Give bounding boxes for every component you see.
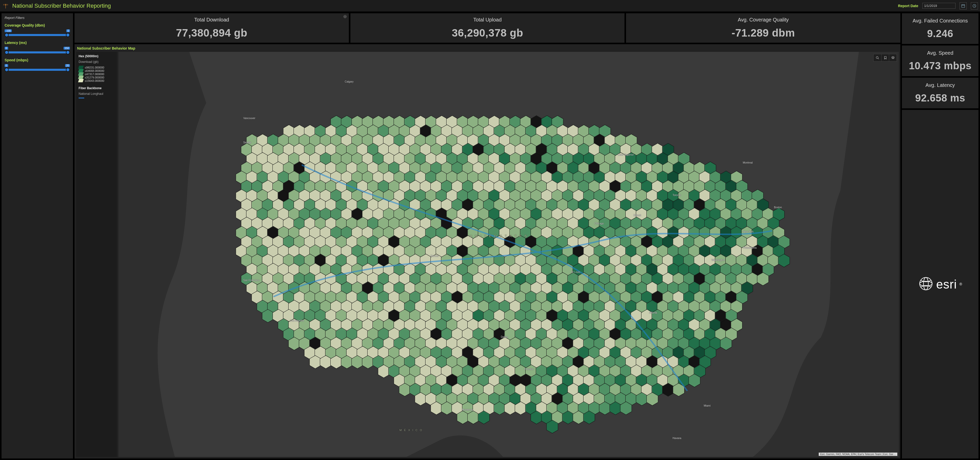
kpi-avg-speed: Avg. Speed 10.473 mbps [902, 45, 978, 76]
expand-icon[interactable] [343, 15, 347, 19]
kpi-avg-latency: Avg. Latency 92.658 ms [902, 78, 978, 109]
map-toolbar [873, 54, 897, 62]
filter-speed-label: Speed (mbps) [5, 58, 70, 62]
map-title: National Subscriber Behavior Map [75, 44, 900, 52]
kpi-title: Avg. Coverage Quality [738, 17, 789, 23]
kpi-row-top: Total Download77,380,894 gbTotal Upload3… [75, 13, 900, 43]
slider-min-value: 0 [5, 64, 8, 67]
legend-swatch-icon [78, 76, 84, 79]
kpi-value: 77,380,894 gb [176, 27, 247, 39]
svg-rect-5 [962, 5, 965, 7]
legend-break-row: ≤15643.000000 [79, 79, 115, 82]
legend-swatch-icon [78, 72, 84, 76]
esri-globe-icon [918, 276, 934, 292]
bookmark-icon[interactable] [881, 54, 889, 61]
right-column: Avg. Failed Connections9.246 Avg. Speed … [902, 13, 978, 458]
map-legend: Hex (50000m) Download (gb) ≤98231.000000… [76, 52, 117, 457]
slider-handle-max[interactable] [66, 68, 70, 72]
legend-fiber-layer: National Longhaul [79, 92, 115, 96]
filters-heading: Report Filters [5, 16, 70, 20]
legend-swatch-icon [78, 79, 84, 82]
kpi-value: 9.246 [927, 28, 953, 39]
legend-break-row: ≤31279.000000 [79, 76, 115, 79]
legend-break-label: ≤47317.000000 [85, 73, 104, 76]
svg-line-17 [878, 59, 879, 59]
clock-icon[interactable] [971, 2, 978, 10]
slider-handle-max[interactable] [66, 50, 70, 54]
svg-line-11 [974, 6, 975, 6]
page-title: National Subscriber Behavior Reporting [12, 3, 111, 9]
report-date-label: Report Date [898, 4, 918, 8]
brand-card: esri ® [902, 110, 978, 458]
app-header: National Subscriber Behavior Reporting R… [0, 0, 980, 12]
calendar-icon[interactable] [959, 2, 967, 10]
search-icon[interactable] [873, 54, 881, 61]
kpi-title: Total Download [194, 17, 229, 23]
slider-min-value: 0 [5, 47, 8, 50]
legend-break-row: ≤98231.000000 [79, 65, 115, 69]
filter-latency-label: Latency (ms) [5, 41, 70, 45]
kpi-avg-coverage: Avg. Coverage Quality-71.289 dbm [626, 13, 900, 43]
slider-min-value: -100 [5, 29, 12, 32]
kpi-value: 92.658 ms [915, 92, 965, 104]
kpi-value: 10.473 mbps [909, 60, 972, 72]
map-canvas[interactable]: CalgaryVancouverSeattleSan FranciscoLos … [118, 52, 899, 457]
app-logo-icon [2, 2, 9, 10]
legend-break-label: ≤64668.000000 [85, 69, 104, 72]
kpi-total-download: Total Download77,380,894 gb [75, 13, 349, 43]
svg-point-21 [924, 278, 928, 290]
brand-name: esri [936, 277, 957, 291]
filter-coverage-slider[interactable]: -100 0 [5, 29, 70, 38]
slider-handle-min[interactable] [5, 33, 9, 37]
slider-handle-max[interactable] [66, 33, 70, 37]
slider-handle-min[interactable] [5, 68, 9, 72]
legend-layer-name: Hex (50000m) [79, 54, 115, 58]
legend-break-row: ≤64668.000000 [79, 69, 115, 72]
legend-fiber-line-icon [79, 97, 84, 98]
kpi-title: Avg. Speed [927, 50, 953, 56]
filter-speed-slider[interactable]: 0 20 [5, 64, 70, 73]
svg-point-16 [876, 57, 878, 59]
kpi-title: Avg. Failed Connections [913, 18, 968, 24]
kpi-total-upload: Total Upload36,290,378 gb [350, 13, 625, 43]
legend-swatch-icon [78, 65, 84, 69]
slider-handle-min[interactable] [5, 50, 9, 54]
legend-fiber-title: Fiber Backbone [79, 86, 115, 90]
legend-break-row: ≤47317.000000 [79, 72, 115, 76]
legend-break-label: ≤98231.000000 [85, 66, 104, 69]
kpi-title: Total Upload [473, 17, 501, 23]
filter-latency-slider[interactable]: 0 150 [5, 47, 70, 56]
legend-break-label: ≤15643.000000 [85, 79, 104, 82]
legend-break-label: ≤31279.000000 [85, 76, 104, 79]
kpi-title: Avg. Latency [925, 82, 955, 88]
report-date-input[interactable] [922, 3, 956, 9]
filters-panel: Report Filters Coverage Quality (dbm) -1… [2, 13, 73, 458]
map-attribution: Esri, Garmin, FAO, NOAA, EPA | Esri's Te… [819, 453, 897, 456]
slider-max-value: 0 [66, 29, 70, 32]
kpi-value: -71.289 dbm [732, 27, 795, 39]
svg-marker-18 [891, 56, 894, 58]
kpi-avg-failed-connections: Avg. Failed Connections9.246 [902, 13, 978, 44]
registered-icon: ® [959, 282, 962, 286]
svg-point-19 [920, 278, 932, 290]
hex-bin-layer [118, 52, 899, 457]
kpi-value: 36,290,378 gb [452, 27, 523, 39]
slider-max-value: 20 [65, 64, 70, 67]
filter-coverage-label: Coverage Quality (dbm) [5, 23, 70, 27]
legend-field-name: Download (gb) [79, 60, 115, 64]
map-card: National Subscriber Behavior Map Hex (50… [75, 44, 900, 458]
slider-max-value: 150 [64, 47, 70, 50]
legend-swatch-icon [78, 69, 84, 72]
layers-icon[interactable] [889, 54, 897, 61]
